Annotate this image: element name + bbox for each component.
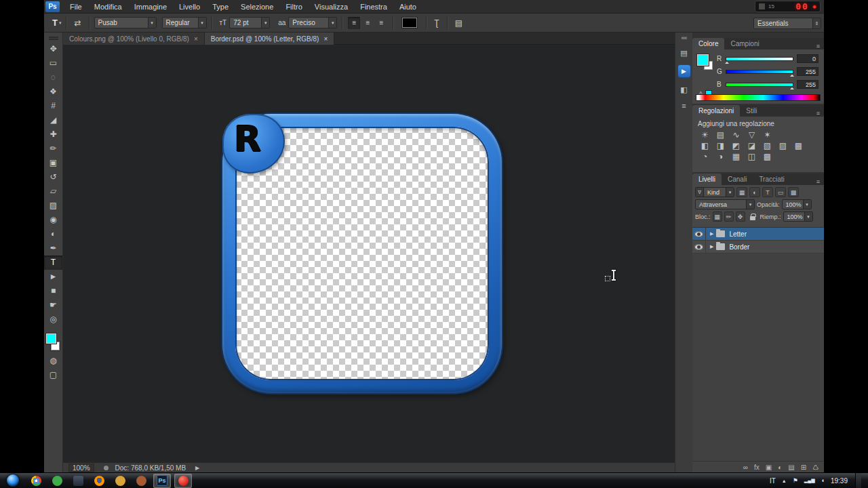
tray-expand-icon[interactable]: ▲ (782, 479, 787, 483)
layer-name[interactable]: Border (729, 243, 749, 251)
dodge-tool[interactable]: ◐ (44, 227, 62, 241)
green-slider[interactable] (726, 70, 793, 74)
tab-regolazioni[interactable]: Regolazioni (692, 105, 740, 117)
filter-smart-icon[interactable]: ▩ (788, 187, 799, 197)
language-indicator[interactable]: IT (770, 477, 776, 485)
fill-select[interactable]: 100% ▾ (783, 211, 813, 222)
invert-icon[interactable]: ▩ (793, 141, 804, 150)
path-selection-tool[interactable]: ► (44, 270, 62, 284)
brightness-contrast-icon[interactable]: ☀ (699, 130, 711, 140)
updown-arrow-icon[interactable]: ⇕ (812, 18, 821, 28)
green-value-field[interactable]: 255 (797, 67, 818, 76)
screen-mode-button[interactable]: ▢ (44, 368, 62, 382)
type-tool[interactable]: T (44, 256, 62, 270)
tab-stili[interactable]: Stili (740, 105, 763, 117)
gradient-map-icon[interactable]: ◫ (746, 152, 757, 161)
anti-alias-select[interactable]: Preciso ▾ (288, 17, 337, 28)
layer-mask-icon[interactable]: ▣ (766, 464, 772, 471)
warp-text-icon[interactable]: Ʈ (431, 18, 441, 28)
menu-finestra[interactable]: Finestra (354, 0, 393, 14)
hue-saturation-icon[interactable]: ◧ (699, 141, 711, 150)
properties-panel-icon[interactable]: ◧ (680, 85, 687, 94)
yellow-app-icon[interactable] (111, 474, 129, 488)
align-center-button[interactable]: ≡ (361, 17, 374, 29)
lock-all-icon[interactable] (750, 216, 755, 220)
taskbar-clock[interactable]: 19:39 (831, 477, 848, 485)
eraser-tool[interactable]: ▱ (44, 184, 62, 199)
tool-preset-icon[interactable]: T (50, 18, 59, 28)
record-dot-icon[interactable]: ● (812, 3, 816, 10)
curves-icon[interactable]: ∿ (730, 130, 742, 140)
layer-effects-icon[interactable]: fx (754, 464, 760, 471)
quick-selection-tool[interactable]: ❖ (44, 85, 62, 99)
visibility-toggle[interactable] (692, 241, 706, 253)
foreground-color-swatch[interactable] (697, 54, 709, 66)
chrome-icon[interactable] (27, 474, 45, 488)
blue-value-field[interactable]: 255 (797, 80, 818, 89)
slider-thumb-icon[interactable] (725, 60, 729, 64)
opacity-select[interactable]: 100% ▾ (782, 199, 812, 209)
chevron-down-icon[interactable]: ▾ (198, 18, 206, 28)
tray-flag-icon[interactable]: ⚑ (793, 477, 798, 484)
photo-filter-icon[interactable]: ◪ (746, 141, 757, 150)
layer-group-icon[interactable]: ▤ (788, 464, 794, 471)
toolbar-grip[interactable] (49, 37, 58, 38)
recorder-taskbar-button[interactable] (174, 474, 192, 488)
levels-icon[interactable]: ▤ (715, 130, 726, 140)
font-style-select[interactable]: Regular ▾ (162, 17, 207, 28)
status-flyout-icon[interactable]: ▶ (195, 465, 199, 471)
menu-selezione[interactable]: Selezione (235, 0, 279, 14)
character-panel-icon[interactable]: ▤ (452, 18, 465, 28)
pasteboard[interactable]: R (63, 45, 675, 462)
text-orientation-icon[interactable]: ⇄ (71, 18, 83, 28)
slider-thumb-icon[interactable] (790, 85, 794, 89)
zoom-level-field[interactable]: 100% (68, 464, 94, 472)
vibrance-icon[interactable]: ✶ (762, 130, 773, 140)
filter-adjustment-icon[interactable]: ◐ (749, 187, 760, 197)
font-size-select[interactable]: 72 pt ▾ (229, 17, 270, 28)
chevron-down-icon[interactable]: ▾ (746, 200, 754, 209)
tab-border-psd[interactable]: Border.psd @ 100% (Letter, RGB/8) × (205, 33, 335, 45)
adjustment-layer-icon[interactable]: ◐ (778, 464, 782, 471)
chevron-down-icon[interactable]: ▾ (261, 18, 269, 28)
blur-tool[interactable]: ◉ (44, 213, 62, 227)
brush-tool[interactable]: ✏ (44, 142, 62, 156)
firefox-icon[interactable] (90, 474, 108, 488)
filter-pixel-icon[interactable]: ▦ (736, 187, 747, 197)
filter-shape-icon[interactable]: ▭ (775, 187, 786, 197)
tab-livelli[interactable]: Livelli (692, 174, 722, 185)
color-spectrum-bar[interactable] (696, 94, 821, 101)
menu-livello[interactable]: Livello (173, 0, 206, 14)
menu-visualizza[interactable]: Visualizza (309, 0, 354, 14)
tab-canali[interactable]: Canali (722, 174, 753, 185)
tab-campioni[interactable]: Campioni (724, 38, 765, 49)
chevron-down-icon[interactable]: ▾ (148, 18, 156, 28)
play-panel-icon[interactable]: ▶ (677, 64, 691, 78)
layer-name[interactable]: Letter (729, 230, 747, 238)
show-desktop-button[interactable] (855, 473, 861, 488)
exposure-icon[interactable]: ▽ (746, 130, 757, 140)
color-balance-icon[interactable]: ◨ (715, 141, 726, 150)
menu-type[interactable]: Type (206, 0, 235, 14)
blue-slider[interactable] (726, 83, 793, 87)
eyedropper-tool[interactable]: ◢ (44, 113, 62, 127)
threshold-icon[interactable]: ◑ (715, 152, 726, 161)
lasso-tool[interactable]: ◌ (44, 70, 62, 85)
chevron-down-icon[interactable]: ▾ (803, 200, 811, 209)
slider-thumb-icon[interactable] (790, 73, 794, 77)
tab-colore[interactable]: Colore (692, 38, 724, 49)
screen-recorder-widget[interactable]: 15 00 ● (755, 1, 821, 12)
brown-app-icon[interactable] (132, 474, 150, 488)
shape-tool[interactable]: ■ (44, 284, 62, 298)
workspace-select[interactable]: Essentials ⇕ (753, 18, 821, 29)
color-lookup-icon[interactable]: ▨ (777, 141, 789, 150)
photoshop-taskbar-button[interactable]: Ps (153, 474, 171, 488)
border-artwork[interactable]: R (222, 114, 502, 393)
history-brush-tool[interactable]: ↺ (44, 170, 62, 184)
marquee-tool[interactable]: ▭ (44, 56, 62, 70)
chevron-down-icon[interactable]: ▾ (726, 188, 734, 197)
lock-position-icon[interactable]: ✥ (736, 211, 745, 222)
menu-filtro[interactable]: Filtro (279, 0, 308, 14)
menu-aiuto[interactable]: Aiuto (393, 0, 422, 14)
text-color-swatch[interactable] (402, 18, 417, 28)
